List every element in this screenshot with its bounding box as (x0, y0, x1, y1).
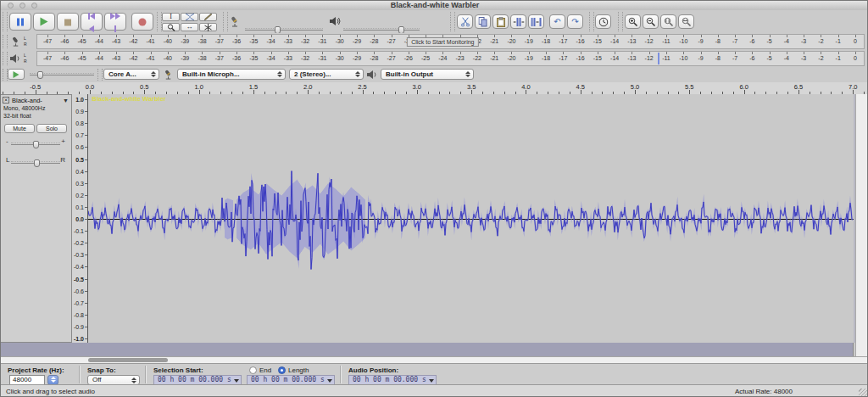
sync-lock-clock-button[interactable] (595, 14, 611, 29)
separator (79, 366, 80, 383)
meter-tick (47, 52, 48, 54)
meter-tick (666, 52, 667, 54)
track-control-panel[interactable]: ✕ Black-and- ▼ Mono, 48000Hz 32-bit floa… (1, 94, 72, 343)
selection-length-radio[interactable] (278, 366, 286, 374)
mixer-toolbar-grip[interactable] (223, 12, 228, 31)
recording-meter[interactable]: L R -47-46-45-44-43-42-41-40-39-38-37-36… (1, 33, 868, 50)
envelope-tool-button[interactable] (181, 13, 198, 21)
paste-button[interactable] (492, 14, 509, 29)
meter-tick-label: -37 (215, 38, 224, 44)
vertical-scrollbar[interactable] (855, 94, 868, 343)
track-menu-arrow-icon[interactable]: ▼ (63, 96, 69, 105)
playback-speed-slider[interactable] (30, 75, 94, 75)
meter-tick (804, 52, 804, 54)
solo-button[interactable]: Solo (36, 124, 67, 133)
meter-tick (322, 35, 323, 37)
playback-meter[interactable]: L R -47-46-45-44-43-42-41-40-39-38-37-36… (1, 50, 868, 67)
meter-tick (494, 52, 495, 54)
selection-end-radio[interactable] (249, 366, 257, 374)
timeshift-tool-button[interactable]: ↔ (181, 23, 198, 31)
transport-toolbar-grip[interactable] (3, 12, 8, 31)
meter-tick (133, 35, 134, 37)
resize-grip[interactable] (859, 389, 868, 397)
cut-icon (460, 17, 470, 26)
separator (340, 366, 341, 383)
copy-button[interactable] (475, 14, 491, 29)
click-to-start-monitoring[interactable]: Click to Start Monitoring (407, 37, 478, 47)
meter-tick (47, 35, 48, 37)
undo-icon: ↶ (554, 18, 560, 26)
audio-host-value: Core A... (108, 70, 136, 78)
meter-tick (787, 35, 787, 37)
meter-tick-label: -36 (232, 55, 241, 61)
zoom-out-button[interactable] (643, 14, 659, 29)
input-device-select[interactable]: Built-in Microph... (177, 69, 286, 80)
draw-tool-button[interactable] (199, 13, 217, 21)
device-toolbar-grip[interactable] (97, 69, 103, 81)
selection-tool-icon: I (170, 13, 172, 20)
input-volume-slider[interactable] (245, 30, 323, 31)
fit-project-button[interactable] (678, 14, 694, 29)
recording-meter-scale[interactable]: -47-46-45-44-43-42-41-40-39-38-37-36-35-… (36, 34, 865, 49)
meter-tick-label: -3 (801, 55, 806, 61)
undo-button[interactable]: ↶ (549, 14, 565, 29)
zoom-toolbar-grip[interactable] (618, 12, 623, 31)
skip-to-end-button[interactable] (104, 13, 126, 31)
horizontal-scrollbar-thumb[interactable] (88, 358, 168, 362)
main-toolbar-row: I ↔ ↶ ↷ (1, 10, 868, 34)
waveform-canvas[interactable] (88, 94, 854, 343)
selection-tool-button[interactable]: I (162, 13, 180, 21)
gain-slider-thumb[interactable] (33, 141, 39, 148)
fit-selection-button[interactable] (660, 14, 676, 29)
meter-tick (494, 35, 495, 37)
waveform-clip[interactable]: Black-and-white Warbler (88, 94, 854, 343)
meter-tick (838, 52, 839, 54)
pause-button[interactable] (9, 13, 31, 31)
sync-toolbar-grip[interactable] (589, 12, 594, 31)
meter-tick-label: -7 (732, 55, 737, 61)
selection-end-radio-label: End (259, 366, 271, 374)
meter-tick-label: -41 (147, 38, 155, 44)
silence-audio-button[interactable] (528, 14, 544, 29)
horizontal-scrollbar[interactable] (1, 356, 868, 363)
vertical-ruler[interactable]: 1.00.90.80.70.60.50.40.30.20.10.0-0.1-0.… (72, 94, 88, 343)
playback-speed-slider-thumb[interactable] (37, 71, 43, 79)
play-at-speed-button[interactable] (8, 69, 25, 80)
meter-tick-label: -13 (627, 38, 636, 44)
meter-tick (632, 52, 632, 54)
meter-tick (598, 35, 598, 37)
skip-to-end-icon (110, 9, 120, 35)
skip-to-start-button[interactable] (81, 13, 103, 31)
zoom-tool-button[interactable] (162, 23, 180, 31)
output-volume-slider[interactable] (343, 30, 420, 31)
play-button[interactable] (33, 13, 55, 31)
redo-button[interactable]: ↷ (567, 14, 583, 29)
mute-button[interactable]: Mute (4, 124, 35, 133)
selection-start-value: 00 h 00 m 00.000 s (158, 376, 231, 383)
trim-audio-button[interactable] (510, 14, 526, 29)
cut-button[interactable] (457, 14, 473, 29)
edit-toolbar-grip[interactable] (450, 12, 455, 31)
playback-meter-scale[interactable]: -47-46-45-44-43-42-41-40-39-38-37-36-35-… (36, 51, 865, 66)
audio-host-select[interactable]: Core A... (103, 69, 159, 80)
meter-tick-label: -1 (836, 38, 841, 44)
recording-meter-grip[interactable] (3, 35, 8, 48)
timeline-ruler[interactable]: -0.50.00.51.01.52.02.53.03.54.04.55.05.5… (1, 82, 868, 95)
pan-slider[interactable]: L R (6, 156, 65, 168)
vertical-ruler-label: -0.1 (74, 228, 84, 234)
input-channels-select[interactable]: 2 (Stereo)... (289, 69, 364, 80)
record-button[interactable] (131, 13, 153, 31)
meter-tick-label: -45 (77, 38, 86, 44)
meter-tick-label: -33 (284, 55, 292, 61)
vertical-ruler-tick (85, 207, 87, 208)
track-close-icon[interactable]: ✕ (3, 97, 9, 103)
pan-slider-thumb[interactable] (34, 159, 40, 167)
meter-tick (701, 35, 702, 37)
playback-meter-grip[interactable] (3, 52, 8, 65)
multi-tool-button[interactable] (199, 23, 217, 31)
stop-button[interactable] (57, 13, 79, 31)
meter-tick (220, 35, 220, 37)
zoom-in-button[interactable] (625, 14, 641, 29)
output-device-select[interactable]: Built-in Output (381, 69, 474, 80)
gain-slider[interactable]: - + (6, 137, 65, 149)
